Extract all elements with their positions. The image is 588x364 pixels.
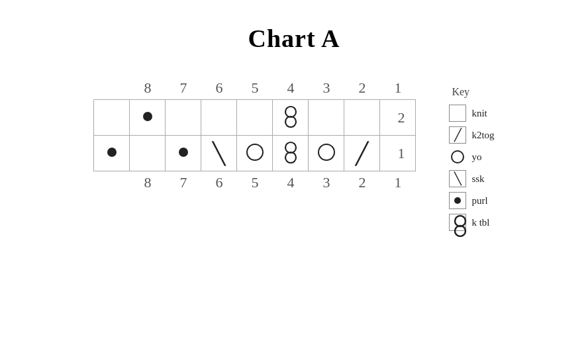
yo-symbol	[246, 144, 264, 161]
col-num-4: 4	[273, 79, 309, 97]
ktbl-key-icon	[451, 214, 464, 230]
key-item-purl: purl	[449, 192, 487, 209]
cell-1-8	[94, 136, 130, 171]
svg-point-3	[285, 152, 296, 163]
cell-2-2	[309, 100, 344, 136]
bot-col-num-1: 1	[380, 174, 416, 191]
bot-col-num-3: 3	[309, 174, 344, 191]
ktbl-symbol	[281, 105, 300, 128]
ssk-label: ssk	[471, 173, 484, 185]
ktbl-label: k tbl	[471, 217, 489, 228]
yo-symbol-box	[449, 148, 466, 165]
purl-symbol-box	[449, 192, 466, 209]
svg-point-0	[285, 107, 296, 117]
col-num-8: 8	[130, 79, 166, 97]
purl-symbol	[179, 148, 188, 157]
cell-1-1: ╱	[344, 136, 380, 171]
cell-1-5: ╲	[201, 136, 237, 171]
svg-point-2	[285, 142, 296, 153]
ssk-symbol: ╲	[213, 143, 225, 164]
key-section: Key knit ╱ k2tog yo	[449, 79, 494, 236]
col-num-7: 7	[166, 79, 201, 97]
page: Chart A 8 7 6 5 4 3 2 1	[0, 0, 588, 364]
bot-col-num-6: 6	[201, 174, 237, 191]
cell-1-4	[237, 136, 273, 171]
table-row: ╲	[94, 136, 416, 171]
table-row: 2	[94, 100, 416, 136]
key-title: Key	[452, 86, 469, 98]
key-item-ktbl: k tbl	[449, 214, 489, 231]
knit-symbol-box	[449, 105, 466, 122]
cell-2-7	[130, 100, 166, 136]
cell-1-2	[309, 136, 344, 171]
purl-label: purl	[471, 195, 487, 206]
cell-2-1	[344, 100, 380, 136]
yo-key-icon	[451, 150, 464, 163]
key-item-k2tog: ╱ k2tog	[449, 126, 494, 144]
bot-col-num-7: 7	[166, 174, 201, 191]
bot-col-num-8: 8	[130, 174, 166, 191]
ktbl-symbol-box	[449, 214, 466, 231]
ktbl-symbol	[281, 141, 300, 163]
cell-1-6	[166, 136, 201, 171]
key-item-ssk: ╲ ssk	[449, 170, 484, 187]
knit-label: knit	[471, 108, 487, 119]
bot-col-num-5: 5	[237, 174, 273, 191]
top-col-numbers: 8 7 6 5 4 3 2 1	[94, 79, 416, 97]
col-num-5: 5	[237, 79, 273, 97]
chart-main: 8 7 6 5 4 3 2 1	[93, 79, 416, 194]
cell-2-8	[94, 100, 130, 136]
cell-1-3	[273, 136, 309, 171]
col-num-2: 2	[344, 79, 380, 97]
ssk-key-icon: ╲	[454, 173, 462, 185]
bottom-col-numbers: 8 7 6 5 4 3 2 1	[94, 174, 416, 191]
cell-1-7	[130, 136, 166, 171]
cell-2-5	[201, 100, 237, 136]
chart-area: 8 7 6 5 4 3 2 1	[93, 79, 494, 236]
row-label-2: 2	[380, 100, 416, 136]
ssk-symbol-box: ╲	[449, 170, 466, 187]
cell-2-4	[237, 100, 273, 136]
key-item-yo: yo	[449, 148, 481, 165]
bot-col-num-4: 4	[273, 174, 309, 191]
cell-2-3	[273, 100, 309, 136]
key-item-knit: knit	[449, 105, 487, 122]
cell-2-6	[166, 100, 201, 136]
purl-symbol	[143, 112, 152, 121]
svg-point-5	[455, 226, 466, 236]
yo-label: yo	[471, 152, 481, 163]
chart-title: Chart A	[248, 24, 340, 53]
purl-key-icon	[454, 197, 461, 204]
col-num-6: 6	[201, 79, 237, 97]
svg-point-1	[285, 116, 296, 127]
svg-point-4	[455, 216, 466, 226]
k2tog-label: k2tog	[471, 130, 494, 141]
bot-col-num-2: 2	[344, 174, 380, 191]
k2tog-key-icon: ╱	[454, 129, 462, 141]
yo-symbol	[318, 144, 335, 161]
k2tog-symbol-box: ╱	[449, 126, 466, 144]
k2tog-symbol: ╱	[356, 143, 368, 164]
grid-table: 2	[93, 99, 416, 171]
row-label-1: 1	[380, 136, 416, 171]
purl-symbol	[107, 148, 117, 157]
col-num-1: 1	[380, 79, 416, 97]
col-num-3: 3	[309, 79, 344, 97]
